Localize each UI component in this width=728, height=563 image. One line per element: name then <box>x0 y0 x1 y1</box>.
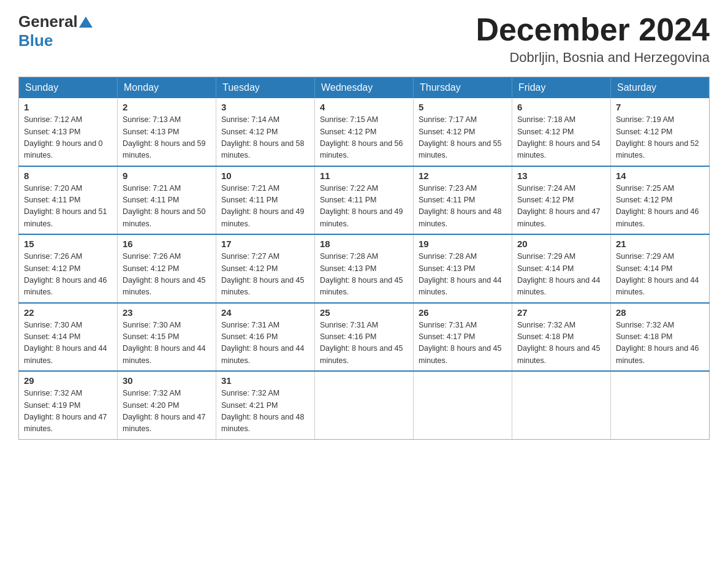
day-info: Sunrise: 7:14 AMSunset: 4:12 PMDaylight:… <box>221 115 305 159</box>
calendar-cell: 13 Sunrise: 7:24 AMSunset: 4:12 PMDaylig… <box>512 166 611 235</box>
day-number: 14 <box>616 170 704 181</box>
day-info: Sunrise: 7:21 AMSunset: 4:11 PMDaylight:… <box>221 184 305 228</box>
day-number: 27 <box>517 307 605 318</box>
title-area: December 2024 Dobrljin, Bosnia and Herze… <box>476 12 710 66</box>
logo-general-text: General <box>18 12 78 31</box>
day-info: Sunrise: 7:21 AMSunset: 4:11 PMDaylight:… <box>123 184 206 228</box>
weekday-header-friday: Friday <box>512 77 611 99</box>
day-number: 28 <box>616 307 704 318</box>
day-info: Sunrise: 7:29 AMSunset: 4:14 PMDaylight:… <box>517 252 601 296</box>
day-number: 24 <box>221 307 309 318</box>
day-number: 31 <box>221 375 309 386</box>
day-number: 30 <box>123 375 211 386</box>
calendar-cell: 28 Sunrise: 7:32 AMSunset: 4:18 PMDaylig… <box>611 303 710 372</box>
calendar-cell <box>611 371 710 439</box>
calendar-cell: 6 Sunrise: 7:18 AMSunset: 4:12 PMDayligh… <box>512 98 611 166</box>
day-info: Sunrise: 7:32 AMSunset: 4:21 PMDaylight:… <box>221 389 305 433</box>
calendar-cell: 4 Sunrise: 7:15 AMSunset: 4:12 PMDayligh… <box>315 98 414 166</box>
calendar-week-row: 29 Sunrise: 7:32 AMSunset: 4:19 PMDaylig… <box>19 371 710 439</box>
day-number: 29 <box>24 375 112 386</box>
day-number: 15 <box>24 239 112 249</box>
day-number: 16 <box>123 239 211 249</box>
location-title: Dobrljin, Bosnia and Herzegovina <box>476 50 710 66</box>
day-info: Sunrise: 7:23 AMSunset: 4:11 PMDaylight:… <box>419 184 502 228</box>
calendar-cell: 19 Sunrise: 7:28 AMSunset: 4:13 PMDaylig… <box>414 234 512 303</box>
calendar-cell: 25 Sunrise: 7:31 AMSunset: 4:16 PMDaylig… <box>315 303 414 372</box>
day-number: 26 <box>419 307 507 318</box>
calendar-cell: 30 Sunrise: 7:32 AMSunset: 4:20 PMDaylig… <box>118 371 216 439</box>
calendar-cell: 27 Sunrise: 7:32 AMSunset: 4:18 PMDaylig… <box>512 303 611 372</box>
day-info: Sunrise: 7:12 AMSunset: 4:13 PMDaylight:… <box>24 115 103 159</box>
calendar-cell: 2 Sunrise: 7:13 AMSunset: 4:13 PMDayligh… <box>118 98 216 166</box>
day-number: 9 <box>123 170 211 181</box>
day-number: 20 <box>517 239 605 249</box>
calendar-cell: 24 Sunrise: 7:31 AMSunset: 4:16 PMDaylig… <box>216 303 315 372</box>
calendar-cell: 5 Sunrise: 7:17 AMSunset: 4:12 PMDayligh… <box>414 98 512 166</box>
day-number: 12 <box>419 170 507 181</box>
calendar-cell: 16 Sunrise: 7:26 AMSunset: 4:12 PMDaylig… <box>118 234 216 303</box>
day-number: 23 <box>123 307 211 318</box>
calendar-cell: 12 Sunrise: 7:23 AMSunset: 4:11 PMDaylig… <box>414 166 512 235</box>
calendar-week-row: 15 Sunrise: 7:26 AMSunset: 4:12 PMDaylig… <box>19 234 710 303</box>
calendar-week-row: 22 Sunrise: 7:30 AMSunset: 4:14 PMDaylig… <box>19 303 710 372</box>
day-info: Sunrise: 7:27 AMSunset: 4:12 PMDaylight:… <box>221 252 305 296</box>
day-number: 25 <box>320 307 408 318</box>
calendar-week-row: 1 Sunrise: 7:12 AMSunset: 4:13 PMDayligh… <box>19 98 710 166</box>
weekday-header-sunday: Sunday <box>19 77 118 99</box>
day-number: 21 <box>616 239 704 249</box>
day-info: Sunrise: 7:28 AMSunset: 4:13 PMDaylight:… <box>419 252 502 296</box>
day-number: 11 <box>320 170 408 181</box>
calendar-cell: 1 Sunrise: 7:12 AMSunset: 4:13 PMDayligh… <box>19 98 118 166</box>
calendar-cell: 15 Sunrise: 7:26 AMSunset: 4:12 PMDaylig… <box>19 234 118 303</box>
day-info: Sunrise: 7:32 AMSunset: 4:20 PMDaylight:… <box>123 389 206 433</box>
day-info: Sunrise: 7:17 AMSunset: 4:12 PMDaylight:… <box>419 115 502 159</box>
day-info: Sunrise: 7:31 AMSunset: 4:16 PMDaylight:… <box>221 321 305 365</box>
weekday-header-row: SundayMondayTuesdayWednesdayThursdayFrid… <box>19 77 710 99</box>
calendar-week-row: 8 Sunrise: 7:20 AMSunset: 4:11 PMDayligh… <box>19 166 710 235</box>
day-info: Sunrise: 7:13 AMSunset: 4:13 PMDaylight:… <box>123 115 206 159</box>
day-info: Sunrise: 7:32 AMSunset: 4:19 PMDaylight:… <box>24 389 107 433</box>
calendar-cell: 3 Sunrise: 7:14 AMSunset: 4:12 PMDayligh… <box>216 98 315 166</box>
day-info: Sunrise: 7:24 AMSunset: 4:12 PMDaylight:… <box>517 184 601 228</box>
day-number: 1 <box>24 102 112 112</box>
day-info: Sunrise: 7:31 AMSunset: 4:17 PMDaylight:… <box>419 321 502 365</box>
logo: General Blue <box>18 12 93 50</box>
day-info: Sunrise: 7:32 AMSunset: 4:18 PMDaylight:… <box>517 321 601 365</box>
svg-marker-0 <box>79 17 93 28</box>
weekday-header-saturday: Saturday <box>611 77 710 99</box>
day-info: Sunrise: 7:31 AMSunset: 4:16 PMDaylight:… <box>320 321 403 365</box>
day-info: Sunrise: 7:30 AMSunset: 4:14 PMDaylight:… <box>24 321 107 365</box>
calendar-cell: 9 Sunrise: 7:21 AMSunset: 4:11 PMDayligh… <box>118 166 216 235</box>
day-number: 5 <box>419 102 507 112</box>
day-number: 22 <box>24 307 112 318</box>
calendar-cell: 14 Sunrise: 7:25 AMSunset: 4:12 PMDaylig… <box>611 166 710 235</box>
day-info: Sunrise: 7:25 AMSunset: 4:12 PMDaylight:… <box>616 184 699 228</box>
weekday-header-tuesday: Tuesday <box>216 77 315 99</box>
day-number: 17 <box>221 239 309 249</box>
calendar-cell: 31 Sunrise: 7:32 AMSunset: 4:21 PMDaylig… <box>216 371 315 439</box>
calendar-cell <box>512 371 611 439</box>
day-number: 2 <box>123 102 211 112</box>
logo-blue-text: Blue <box>18 31 53 50</box>
calendar-cell: 29 Sunrise: 7:32 AMSunset: 4:19 PMDaylig… <box>19 371 118 439</box>
month-title: December 2024 <box>476 12 710 47</box>
day-info: Sunrise: 7:30 AMSunset: 4:15 PMDaylight:… <box>123 321 206 365</box>
calendar-cell: 18 Sunrise: 7:28 AMSunset: 4:13 PMDaylig… <box>315 234 414 303</box>
calendar-cell: 10 Sunrise: 7:21 AMSunset: 4:11 PMDaylig… <box>216 166 315 235</box>
day-number: 13 <box>517 170 605 181</box>
day-info: Sunrise: 7:32 AMSunset: 4:18 PMDaylight:… <box>616 321 699 365</box>
day-info: Sunrise: 7:22 AMSunset: 4:11 PMDaylight:… <box>320 184 403 228</box>
calendar-cell: 22 Sunrise: 7:30 AMSunset: 4:14 PMDaylig… <box>19 303 118 372</box>
calendar-cell: 8 Sunrise: 7:20 AMSunset: 4:11 PMDayligh… <box>19 166 118 235</box>
day-number: 4 <box>320 102 408 112</box>
page-header: General Blue December 2024 Dobrljin, Bos… <box>18 12 710 66</box>
day-info: Sunrise: 7:20 AMSunset: 4:11 PMDaylight:… <box>24 184 107 228</box>
day-number: 19 <box>419 239 507 249</box>
day-info: Sunrise: 7:26 AMSunset: 4:12 PMDaylight:… <box>123 252 206 296</box>
calendar-cell: 20 Sunrise: 7:29 AMSunset: 4:14 PMDaylig… <box>512 234 611 303</box>
day-number: 6 <box>517 102 605 112</box>
day-info: Sunrise: 7:15 AMSunset: 4:12 PMDaylight:… <box>320 115 403 159</box>
day-number: 18 <box>320 239 408 249</box>
day-number: 10 <box>221 170 309 181</box>
calendar-cell: 7 Sunrise: 7:19 AMSunset: 4:12 PMDayligh… <box>611 98 710 166</box>
